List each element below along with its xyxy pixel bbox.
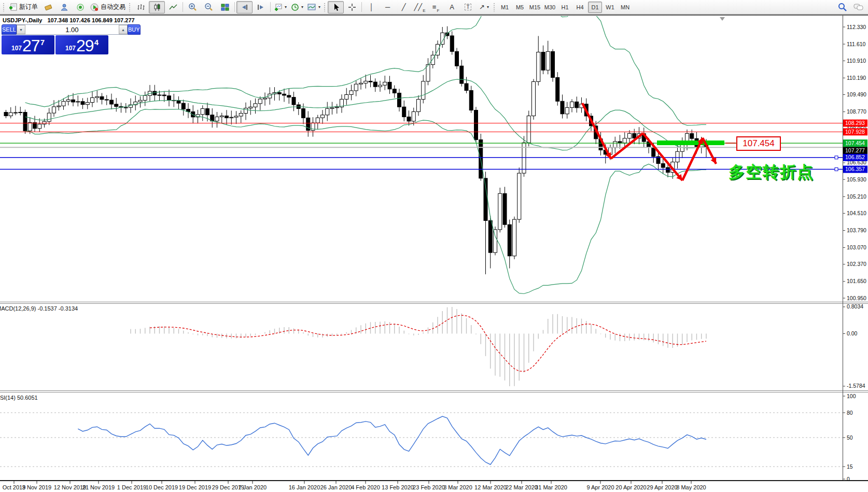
zoom-in-button[interactable] xyxy=(185,1,201,13)
svg-text:26 Jan 2020: 26 Jan 2020 xyxy=(320,484,352,490)
volume-decrease-button[interactable]: ▼ xyxy=(17,25,25,34)
sell-price-panel[interactable]: 107 27 7 xyxy=(2,35,54,54)
chart-shift-button[interactable] xyxy=(253,1,269,13)
chat-icon xyxy=(853,3,864,11)
vertical-line-button[interactable]: │ xyxy=(363,1,380,13)
tab-timeframe-d1[interactable]: D1 xyxy=(588,2,602,13)
annotation-text[interactable]: 多空转折点 xyxy=(729,161,814,183)
buy-price-panel[interactable]: 107 29 4 xyxy=(55,35,108,54)
volume-increase-button[interactable]: ▲ xyxy=(119,25,128,34)
templates-button[interactable] xyxy=(305,1,323,13)
trendline-icon: ╱ xyxy=(402,4,406,10)
svg-text:9 Apr 2020: 9 Apr 2020 xyxy=(586,484,614,490)
horizontal-line-button[interactable]: ─ xyxy=(380,1,396,13)
svg-text:19 Dec 2019: 19 Dec 2019 xyxy=(179,484,211,490)
bar-chart-icon xyxy=(137,3,145,11)
svg-text:112.330: 112.330 xyxy=(847,24,866,30)
svg-text:106.852: 106.852 xyxy=(845,154,865,160)
svg-text:20 Apr 2020: 20 Apr 2020 xyxy=(615,484,646,490)
fibonacci-button[interactable]: ≡ F xyxy=(428,1,444,13)
eraser-icon xyxy=(44,3,52,11)
svg-text:50: 50 xyxy=(847,434,853,441)
timeframe-group: M1M5M15M30H1H4D1W1MN xyxy=(497,2,633,13)
text-icon: A xyxy=(450,4,454,10)
support-band[interactable] xyxy=(657,140,724,145)
rsi-line xyxy=(78,416,706,465)
buy-button[interactable]: BUY xyxy=(128,24,141,35)
toolbar-grip[interactable] xyxy=(324,3,326,12)
svg-text:107.928: 107.928 xyxy=(845,129,865,135)
chart-shift-icon xyxy=(257,3,265,11)
new-chart-button[interactable] xyxy=(272,1,289,13)
toolbar-grip[interactable] xyxy=(129,3,131,12)
trendline-button[interactable]: ╱ xyxy=(396,1,412,13)
clock-icon xyxy=(291,3,299,11)
tab-timeframe-m1[interactable]: M1 xyxy=(498,2,512,13)
toolbar-grip[interactable] xyxy=(493,3,495,12)
line-handle[interactable] xyxy=(835,168,838,171)
price-shift-marker[interactable] xyxy=(720,17,725,21)
bollinger-lower xyxy=(25,109,707,294)
tab-timeframe-h4[interactable]: H4 xyxy=(573,2,587,13)
sell-price-base: 107 xyxy=(11,45,22,52)
svg-text:108.770: 108.770 xyxy=(847,108,866,115)
svg-text:15: 15 xyxy=(847,463,853,470)
svg-text:3 Nov 2019: 3 Nov 2019 xyxy=(22,484,51,490)
svg-text:8 May 2020: 8 May 2020 xyxy=(676,484,706,490)
text-label-icon: T xyxy=(465,4,471,10)
toolbar: 新订单 自动交易 xyxy=(0,0,868,14)
svg-text:12 Mar 2020: 12 Mar 2020 xyxy=(474,484,507,490)
tab-timeframe-m5[interactable]: M5 xyxy=(513,2,527,13)
crosshair-button[interactable] xyxy=(344,1,360,13)
chart-canvas[interactable]: 112.330111.610110.910110.190109.490108.7… xyxy=(0,0,868,492)
new-order-button[interactable]: 新订单 xyxy=(7,1,40,13)
signals-button[interactable] xyxy=(72,1,88,13)
history-center-button[interactable] xyxy=(40,1,56,13)
zoom-in-icon xyxy=(188,3,197,11)
svg-text:110.910: 110.910 xyxy=(847,58,866,64)
autotrade-button[interactable]: 自动交易 xyxy=(88,1,128,13)
volume-input[interactable] xyxy=(25,25,119,34)
chat-button[interactable] xyxy=(850,1,866,13)
price-callout[interactable]: 107.454 xyxy=(736,136,781,151)
arrows-button[interactable]: ↗ xyxy=(476,1,492,13)
zoom-out-icon xyxy=(204,3,213,11)
symbol-period-label: USDJPY-,Daily xyxy=(3,17,42,23)
svg-text:10 Dec 2019: 10 Dec 2019 xyxy=(146,484,178,490)
main-price-panel xyxy=(0,0,843,294)
svg-text:100.950: 100.950 xyxy=(847,295,866,301)
signals-icon xyxy=(76,3,85,11)
template-image-icon xyxy=(307,3,316,11)
svg-text:107.454: 107.454 xyxy=(845,140,865,146)
svg-text:100: 100 xyxy=(847,393,856,399)
toolbar-grip[interactable] xyxy=(3,3,5,12)
line-handle[interactable] xyxy=(835,156,838,159)
horizontal-line-icon: ─ xyxy=(385,4,390,10)
svg-text:3 Mar 2020: 3 Mar 2020 xyxy=(443,484,472,490)
svg-text:31 Mar 2020: 31 Mar 2020 xyxy=(535,484,567,490)
svg-text:104.510: 104.510 xyxy=(847,210,866,216)
bar-chart-button[interactable] xyxy=(133,1,149,13)
window-edge xyxy=(0,14,868,16)
community-button[interactable] xyxy=(56,1,72,13)
sell-button[interactable]: SELL xyxy=(2,24,17,35)
tab-timeframe-m15[interactable]: M15 xyxy=(528,2,542,13)
tile-windows-button[interactable] xyxy=(217,1,233,13)
line-chart-button[interactable] xyxy=(165,1,181,13)
periods-button[interactable] xyxy=(289,1,305,13)
text-button[interactable]: A xyxy=(444,1,460,13)
tab-timeframe-w1[interactable]: W1 xyxy=(603,2,617,13)
tab-timeframe-mn[interactable]: MN xyxy=(618,2,632,13)
cursor-button[interactable] xyxy=(328,1,344,13)
search-button[interactable] xyxy=(834,1,850,13)
zoom-out-button[interactable] xyxy=(201,1,217,13)
candlestick-chart-button[interactable] xyxy=(149,1,165,13)
new-order-icon xyxy=(9,3,18,11)
tab-timeframe-h1[interactable]: H1 xyxy=(558,2,572,13)
text-label-button[interactable]: T xyxy=(460,1,476,13)
auto-scroll-button[interactable] xyxy=(236,1,253,13)
tab-timeframe-m30[interactable]: M30 xyxy=(543,2,557,13)
macd-signal-line xyxy=(150,315,706,371)
ohlc-values: 107.348 107.426 106.849 107.277 xyxy=(47,17,134,23)
equidistant-channel-button[interactable]: ╱╱ E xyxy=(412,1,428,13)
